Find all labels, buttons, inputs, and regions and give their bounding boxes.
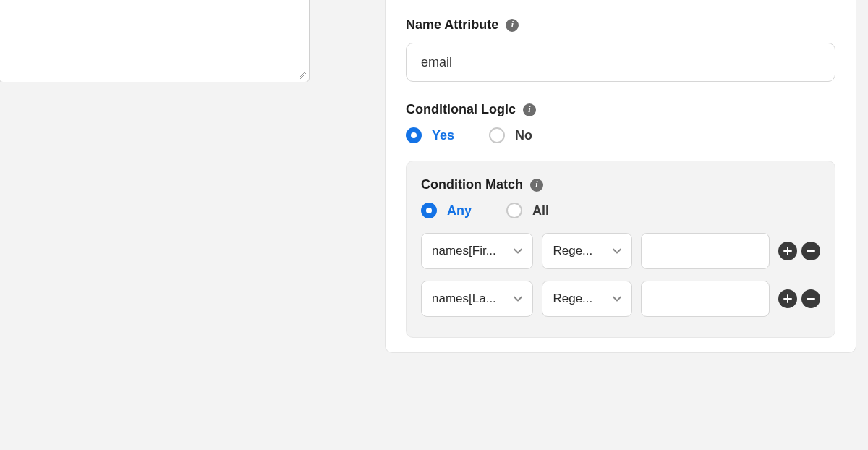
add-condition-button[interactable] [778, 289, 797, 308]
name-attribute-input[interactable] [406, 43, 835, 82]
condition-match-radio-all[interactable]: All [506, 203, 549, 218]
condition-value-input[interactable] [641, 281, 770, 317]
radio-label: No [515, 128, 532, 143]
remove-condition-button[interactable] [801, 242, 820, 260]
conditional-logic-radio-no[interactable]: No [489, 127, 532, 143]
conditional-logic-label-row: Conditional Logic i [406, 102, 835, 117]
row-buttons [778, 289, 820, 308]
name-attribute-block: Name Attribute i [406, 0, 835, 82]
radio-indicator [421, 203, 437, 218]
radio-indicator [489, 127, 505, 143]
condition-match-panel: Condition Match i Any All names[Fir... [406, 161, 835, 338]
condition-row: names[Fir... Rege... [421, 233, 820, 269]
left-column [0, 0, 312, 450]
condition-match-label-row: Condition Match i [421, 177, 820, 192]
radio-label: All [532, 203, 549, 218]
row-buttons [778, 242, 820, 260]
condition-value-input[interactable] [641, 233, 770, 269]
radio-indicator [506, 203, 522, 218]
condition-match-radio-any[interactable]: Any [421, 203, 472, 218]
chevron-down-icon [512, 245, 524, 257]
select-value: Rege... [553, 292, 607, 306]
radio-label: Yes [432, 128, 454, 143]
info-icon[interactable]: i [506, 19, 519, 32]
remove-condition-button[interactable] [801, 289, 820, 308]
radio-indicator [406, 127, 422, 143]
radio-label: Any [447, 203, 472, 218]
chevron-down-icon [512, 293, 524, 305]
add-condition-button[interactable] [778, 242, 797, 260]
conditional-logic-block: Conditional Logic i Yes No [406, 82, 835, 143]
conditional-logic-radio-yes[interactable]: Yes [406, 127, 454, 143]
condition-rows: names[Fir... Rege... [421, 233, 820, 317]
chevron-down-icon [611, 245, 623, 257]
condition-field-select[interactable]: names[La... [421, 281, 533, 317]
name-attribute-label-row: Name Attribute i [406, 17, 835, 33]
chevron-down-icon [611, 293, 623, 305]
info-icon[interactable]: i [530, 179, 543, 192]
select-value: names[Fir... [432, 244, 508, 258]
name-attribute-label: Name Attribute [406, 17, 498, 33]
conditional-logic-radios: Yes No [406, 127, 835, 143]
condition-row: names[La... Rege... [421, 281, 820, 317]
condition-field-select[interactable]: names[Fir... [421, 233, 533, 269]
condition-operator-select[interactable]: Rege... [542, 281, 632, 317]
select-value: Rege... [553, 244, 607, 258]
condition-match-label: Condition Match [421, 177, 523, 192]
left-textarea[interactable] [0, 0, 310, 82]
select-value: names[La... [432, 292, 508, 306]
info-icon[interactable]: i [523, 103, 536, 116]
settings-panel-wrap: Name Attribute i Conditional Logic i Yes… [367, 0, 868, 450]
settings-panel: Name Attribute i Conditional Logic i Yes… [385, 0, 856, 353]
condition-match-radios: Any All [421, 203, 820, 218]
conditional-logic-label: Conditional Logic [406, 102, 516, 117]
condition-operator-select[interactable]: Rege... [542, 233, 632, 269]
